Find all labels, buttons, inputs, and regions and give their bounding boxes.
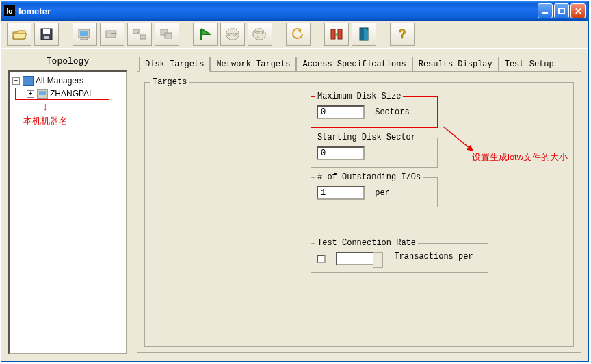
svg-rect-1 bbox=[559, 8, 564, 14]
outstanding-ios-unit: per bbox=[375, 188, 390, 198]
svg-rect-19 bbox=[338, 29, 342, 39]
tab-network-targets[interactable]: Network Targets bbox=[210, 57, 296, 72]
svg-rect-18 bbox=[331, 29, 335, 39]
exit-button[interactable] bbox=[352, 23, 376, 46]
open-button[interactable] bbox=[7, 23, 31, 46]
max-disk-size-input[interactable] bbox=[317, 105, 365, 119]
new-disk-worker-button[interactable] bbox=[73, 23, 97, 46]
tab-bar: Disk Targets Network Targets Access Spec… bbox=[139, 56, 581, 71]
save-button[interactable] bbox=[34, 23, 59, 46]
computer-icon bbox=[37, 89, 48, 99]
svg-rect-0 bbox=[542, 12, 548, 14]
remove-worker-button[interactable] bbox=[100, 23, 124, 46]
expand-icon[interactable]: + bbox=[27, 90, 34, 98]
topology-tree[interactable]: − All Managers + ZHANGPAI ↓ 本机机器名 bbox=[8, 70, 127, 354]
conn-rate-group: Test Connection Rate Transactions per bbox=[311, 243, 488, 273]
titlebar[interactable]: Io Iometer ✕ bbox=[1, 1, 588, 21]
max-disk-size-title: Maximum Disk Size bbox=[315, 92, 403, 101]
clone-worker-button[interactable] bbox=[155, 23, 179, 46]
targets-legend: Targets bbox=[150, 77, 189, 87]
arrow-down-icon: ↓ bbox=[42, 101, 48, 112]
svg-rect-12 bbox=[165, 33, 172, 38]
config-button[interactable] bbox=[324, 23, 349, 46]
max-disk-size-unit: Sectors bbox=[375, 107, 409, 117]
tab-test-setup[interactable]: Test Setup bbox=[499, 57, 560, 72]
start-sector-title: Starting Disk Sector bbox=[315, 133, 418, 142]
start-sector-group: Starting Disk Sector bbox=[311, 138, 438, 168]
minimize-button[interactable] bbox=[538, 3, 553, 18]
targets-fieldset: Targets Maximum Disk Size Sectors Starti… bbox=[144, 77, 574, 347]
svg-rect-7 bbox=[81, 38, 88, 40]
conn-rate-unit: Transactions per bbox=[394, 252, 473, 261]
svg-rect-6 bbox=[80, 31, 88, 36]
stop-button[interactable]: STOP bbox=[220, 23, 245, 46]
conn-rate-checkbox[interactable] bbox=[317, 255, 326, 263]
annotation-right: 设置生成iotw文件的大小 bbox=[472, 151, 568, 164]
svg-rect-4 bbox=[44, 36, 49, 39]
tab-results-display[interactable]: Results Display bbox=[412, 57, 499, 72]
close-button[interactable]: ✕ bbox=[570, 3, 586, 18]
svg-text:ALL: ALL bbox=[257, 35, 263, 39]
tab-access-specifications[interactable]: Access Specifications bbox=[296, 57, 412, 72]
tab-panel: Targets Maximum Disk Size Sectors Starti… bbox=[137, 71, 581, 353]
tree-root-label: All Managers bbox=[36, 76, 83, 86]
content-area: Topology − All Managers + ZHANGPAI ↓ 本机机… bbox=[1, 49, 588, 361]
tree-manager-row[interactable]: + ZHANGPAI bbox=[15, 88, 109, 100]
tree-manager-label: ZHANGPAI bbox=[50, 89, 91, 99]
svg-line-22 bbox=[443, 127, 473, 151]
left-panel: Topology − All Managers + ZHANGPAI ↓ 本机机… bbox=[8, 56, 127, 354]
stop-all-button[interactable]: STOPALL bbox=[248, 23, 272, 46]
right-panel: Disk Targets Network Targets Access Spec… bbox=[137, 56, 581, 354]
tab-disk-targets[interactable]: Disk Targets bbox=[139, 57, 210, 72]
window-title: Iometer bbox=[18, 6, 51, 16]
help-button[interactable]: ? bbox=[390, 23, 415, 46]
max-disk-size-group: Maximum Disk Size Sectors bbox=[311, 96, 438, 128]
collapse-icon[interactable]: − bbox=[12, 77, 20, 85]
outstanding-ios-title: # of Outstanding I/Os bbox=[315, 172, 423, 182]
toolbar: STOP STOPALL ? bbox=[1, 21, 588, 49]
outstanding-ios-input[interactable] bbox=[317, 186, 365, 200]
conn-rate-spinner[interactable] bbox=[336, 252, 374, 265]
app-icon: Io bbox=[4, 5, 15, 16]
app-window: Io Iometer ✕ STOP STOPALL ? Topology bbox=[1, 1, 589, 362]
reset-button[interactable] bbox=[286, 23, 311, 46]
conn-rate-title: Test Connection Rate bbox=[315, 238, 418, 248]
managers-icon bbox=[23, 76, 34, 86]
maximize-button[interactable] bbox=[554, 3, 569, 18]
start-button[interactable] bbox=[193, 23, 218, 46]
topology-heading: Topology bbox=[8, 56, 127, 66]
svg-text:?: ? bbox=[399, 27, 406, 41]
annotation-left: 本机机器名 bbox=[23, 115, 123, 127]
annotation-arrow-left: ↓ bbox=[42, 101, 123, 112]
annotation-arrow-right bbox=[441, 124, 475, 151]
svg-rect-3 bbox=[43, 29, 50, 34]
svg-text:STOP: STOP bbox=[227, 32, 238, 36]
outstanding-ios-group: # of Outstanding I/Os per bbox=[311, 177, 438, 207]
tree-root-row[interactable]: − All Managers bbox=[12, 75, 123, 87]
start-sector-input[interactable] bbox=[317, 146, 365, 160]
new-net-worker-button[interactable] bbox=[127, 23, 152, 46]
